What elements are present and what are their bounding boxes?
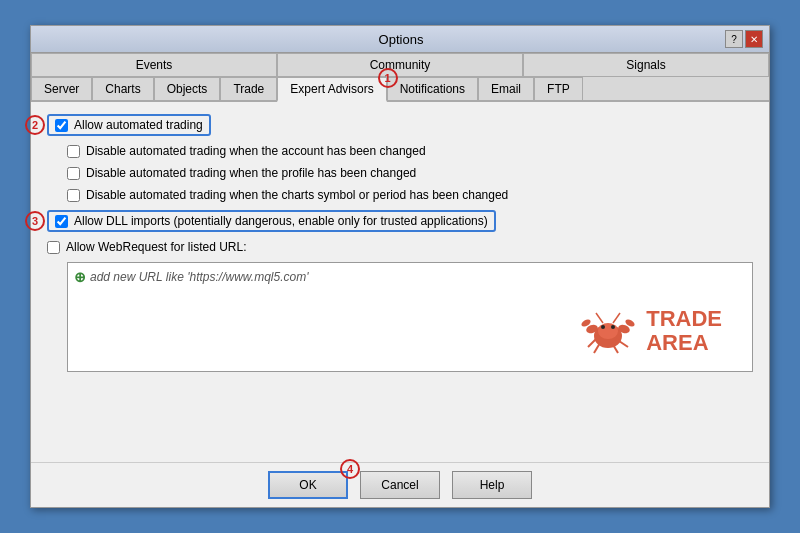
svg-point-10 [601,325,605,329]
svg-line-13 [613,313,620,323]
tab-community[interactable]: Community [277,53,523,76]
tab-events[interactable]: Events [31,53,277,76]
add-icon: ⊕ [74,269,86,285]
title-bar: Options ? ✕ [31,26,769,53]
svg-line-12 [596,313,603,323]
tab-charts[interactable]: Charts [92,77,153,100]
url-list-box[interactable]: ⊕ add new URL like 'https://www.mql5.com… [67,262,753,372]
tab-trade[interactable]: Trade [220,77,277,100]
checkbox-row-dll: 3 Allow DLL imports (potentially dangero… [47,210,753,232]
disable-symbol-label[interactable]: Disable automated trading when the chart… [86,188,508,202]
badge-3: 3 [25,211,45,231]
svg-line-7 [594,343,600,353]
dll-label[interactable]: Allow DLL imports (potentially dangerous… [74,214,488,228]
tab-notifications[interactable]: Notifications [387,77,478,100]
tabs-row1: Events Community Signals [31,53,769,77]
allow-trading-highlight: Allow automated trading [47,114,211,136]
badge-2: 2 [25,115,45,135]
tab-expert-advisors[interactable]: Expert Advisors 1 [277,77,386,102]
url-section: ⊕ add new URL like 'https://www.mql5.com… [67,262,753,372]
disable-account-label[interactable]: Disable automated trading when the accou… [86,144,426,158]
tabs-row2: Server Charts Objects Trade Expert Advis… [31,77,769,102]
svg-point-11 [611,325,615,329]
dll-highlight: Allow DLL imports (potentially dangerous… [47,210,496,232]
tab-signals[interactable]: Signals [523,53,769,76]
checkbox-row-disable-account: Disable automated trading when the accou… [67,144,753,158]
allow-trading-checkbox[interactable] [55,119,68,132]
watermark: TRADEAREA [578,301,722,361]
options-window: Options ? ✕ Events Community Signals Ser… [30,25,770,508]
ok-button[interactable]: OK [268,471,348,499]
trade-area-logo [578,301,638,361]
checkbox-row-disable-symbol: Disable automated trading when the chart… [67,188,753,202]
watermark-text: TRADEAREA [646,307,722,355]
checkbox-row-allow-trading: 2 Allow automated trading [47,114,753,136]
svg-point-1 [598,323,618,339]
svg-line-6 [588,339,596,347]
badge-1: 1 [378,68,398,88]
cancel-button[interactable]: Cancel [360,471,440,499]
badge-4: 4 [340,459,360,479]
footer: OK 4 Cancel Help [31,462,769,507]
tab-ftp[interactable]: FTP [534,77,583,100]
disable-symbol-checkbox[interactable] [67,189,80,202]
checkbox-row-disable-profile: Disable automated trading when the profi… [67,166,753,180]
webrequest-checkbox[interactable] [47,241,60,254]
tab-email[interactable]: Email [478,77,534,100]
close-button[interactable]: ✕ [745,30,763,48]
title-controls: ? ✕ [725,30,763,48]
tab-objects[interactable]: Objects [154,77,221,100]
checkbox-row-webrequest: Allow WebRequest for listed URL: [47,240,753,254]
disable-account-checkbox[interactable] [67,145,80,158]
add-url-text: add new URL like 'https://www.mql5.com' [90,270,308,284]
disable-profile-label[interactable]: Disable automated trading when the profi… [86,166,416,180]
webrequest-label[interactable]: Allow WebRequest for listed URL: [66,240,247,254]
help-footer-button[interactable]: Help [452,471,532,499]
content-area: 2 Allow automated trading Disable automa… [31,102,769,462]
tab-server[interactable]: Server [31,77,92,100]
window-title: Options [77,32,725,47]
dll-checkbox[interactable] [55,215,68,228]
add-url-row: ⊕ add new URL like 'https://www.mql5.com… [74,269,746,285]
allow-trading-label[interactable]: Allow automated trading [74,118,203,132]
disable-profile-checkbox[interactable] [67,167,80,180]
help-button[interactable]: ? [725,30,743,48]
